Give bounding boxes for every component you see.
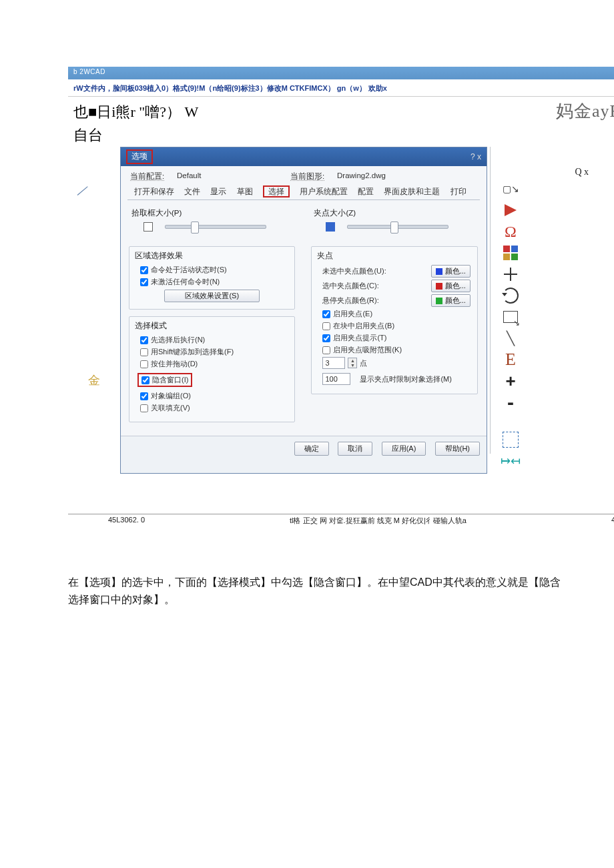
tab-sketch[interactable]: 草图 (237, 187, 253, 195)
grip-limit-value[interactable]: 100 (322, 373, 350, 385)
chk-implied-window-label: 隐含窗口(I) (152, 375, 188, 385)
chk-shift-add-label: 用Shift键添加到选择集(F) (151, 347, 234, 357)
chk-block-grip[interactable]: 在块中启用夹点(B) (322, 321, 470, 331)
chk-implied-window-box[interactable] (141, 376, 149, 384)
chk-implied-window[interactable]: 隐含窗口(I) (137, 373, 192, 387)
status-left: 45L3062. 0 (108, 516, 145, 526)
cancel-button[interactable]: 取消 (338, 442, 372, 456)
grip-snap-value[interactable]: 3 (322, 357, 345, 369)
grip-group: 夹点 未选中夹点颜色(U): 颜色... 选中夹点颜色(C): 颜色... 悬停… (311, 246, 477, 394)
tool-arrows-cyan-icon[interactable]: ↦↤ (502, 452, 519, 470)
spin-down-icon[interactable]: ▼ (348, 363, 356, 368)
help-button[interactable]: 帮助(H) (435, 442, 480, 456)
right-column: 夹点大小(Z) 夹点 未选中夹点颜色(U): 颜色... (310, 205, 479, 429)
swatch-green-icon (436, 298, 442, 304)
chk-cmd-active[interactable]: 命令处于活动状态时(S) (140, 265, 288, 275)
dialog-titlebar[interactable]: 选项 ? x (121, 147, 487, 166)
pickbox-size-label: 拾取框大小(P) (131, 208, 295, 218)
pickbox-preview-icon (143, 222, 153, 232)
chk-grip-tip-box[interactable] (322, 334, 330, 342)
gold-label: 金 (68, 372, 120, 388)
tool-corner-icon[interactable]: ▢↘ (502, 180, 519, 197)
chk-block-grip-box[interactable] (322, 322, 330, 330)
chk-shift-add[interactable]: 用Shift键添加到选择集(F) (140, 347, 288, 357)
tool-rotate-icon[interactable] (502, 287, 519, 304)
grip-snap-unit: 点 (360, 358, 367, 368)
gripsize-slider[interactable] (347, 225, 448, 229)
caption-text: 在【选项】的选卡中，下面的【选择模式】中勾选【隐含窗口】。在中望CAD中其代表的… (68, 574, 562, 608)
region-effect-settings-button[interactable]: 区域效果设置(S) (164, 290, 260, 302)
chk-shift-add-box[interactable] (140, 348, 148, 356)
grip-snap-spinner[interactable]: ▲▼ (348, 358, 357, 368)
chk-noun-verb-box[interactable] (140, 336, 148, 344)
tool-text-e-icon[interactable]: E (502, 351, 519, 368)
tool-line-icon[interactable]: ╲ (502, 330, 519, 347)
pickbox-slider-thumb[interactable] (191, 222, 199, 234)
grip-limit-row: 100 显示夹点时限制对象选择(M) (322, 373, 470, 385)
current-profile-value: Default (177, 171, 290, 181)
chk-enable-grip-label: 启用夹点(E) (333, 309, 372, 319)
chk-cmd-active-box[interactable] (140, 266, 148, 274)
qx-label: Q x (575, 167, 589, 177)
pickbox-slider-row (127, 221, 296, 244)
grip-group-title: 夹点 (317, 251, 471, 261)
chk-enable-grip-box[interactable] (322, 310, 330, 318)
tool-triangle-icon[interactable] (502, 201, 519, 219)
grip-limit-label: 显示夹点时限制对象选择(M) (360, 374, 452, 384)
current-profile-label: 当前配置: (130, 171, 177, 181)
chk-grip-snap[interactable]: 启用夹点吸附范围(K) (322, 345, 470, 355)
chk-no-cmd-label: 未激活任何命令时(N) (151, 277, 220, 287)
tab-selection[interactable]: 选择 (263, 185, 290, 197)
right-tool-strip: ▢↘ Ω ╲ E + - ↦↤ (490, 147, 525, 474)
dialog-window-controls[interactable]: ? x (471, 152, 481, 161)
tab-ui-theme[interactable]: 界面皮肤和主题 (384, 187, 440, 195)
tool-plus-icon[interactable]: + (502, 372, 519, 390)
line-tool-icon[interactable] (75, 180, 93, 199)
chk-grip-tip[interactable]: 启用夹点提示(T) (322, 333, 470, 343)
tab-file[interactable]: 文件 (184, 187, 200, 195)
grip-hover-row: 悬停夹点颜色(R): 颜色... (322, 294, 470, 307)
chk-noun-verb[interactable]: 先选择后执行(N) (140, 335, 288, 345)
grip-hover-color-button[interactable]: 颜色... (431, 294, 471, 307)
spin-up-icon[interactable]: ▲ (348, 358, 356, 363)
menubar[interactable]: rW文件内，脸间板039植入0）格式(9)!M（n给昭(9)标注3）修改M CT… (68, 79, 614, 97)
ok-button[interactable]: 确定 (294, 442, 329, 456)
apply-button[interactable]: 应用(A) (382, 442, 426, 456)
chk-press-drag-box[interactable] (140, 360, 148, 368)
tool-scale-rect-icon[interactable] (502, 308, 519, 326)
chk-assoc-hatch[interactable]: 关联填充(V) (140, 403, 288, 413)
pickbox-slider[interactable] (165, 225, 266, 229)
chk-object-group-box[interactable] (140, 392, 148, 400)
tool-omega-icon[interactable]: Ω (502, 223, 519, 240)
grip-unselected-color-button[interactable]: 颜色... (431, 265, 471, 278)
toolbar-right: 妈金ayEE□ (556, 99, 614, 123)
chk-press-drag[interactable]: 按住并拖动(D) (140, 359, 288, 369)
current-drawing-value: Drawing2.dwg (337, 171, 386, 181)
tab-print[interactable]: 打印 (450, 187, 467, 195)
tab-user-pref[interactable]: 用户系统配置 (300, 187, 348, 195)
chk-assoc-hatch-label: 关联填充(V) (151, 403, 190, 413)
tool-dashed-rect-icon[interactable] (502, 431, 519, 448)
workarea: 金 选项 ? x 当前配置: Default 当前图形: Drawing2.dw… (68, 147, 614, 474)
grip-selected-color-button[interactable]: 颜色... (431, 280, 471, 292)
tool-grid4-icon[interactable] (502, 244, 519, 262)
tool-minus-icon[interactable]: - (502, 394, 519, 411)
config-row: 当前配置: Default 当前图形: Drawing2.dwg (127, 170, 480, 185)
chk-grip-snap-box[interactable] (322, 346, 330, 354)
chk-no-cmd[interactable]: 未激活任何命令时(N) (140, 277, 288, 287)
chk-assoc-hatch-box[interactable] (140, 404, 148, 412)
tab-strip: 打开和保存 文件 显示 草图 选择 用户系统配置 配置 界面皮肤和主题 打印 (127, 185, 480, 200)
dialog-title: 选项 (126, 149, 153, 164)
chk-object-group[interactable]: 对象编组(O) (140, 391, 288, 401)
tab-open-save[interactable]: 打开和保存 (134, 187, 174, 195)
tab-display[interactable]: 显示 (210, 187, 226, 195)
toolbar-row: 也■日i熊r "噌?） W 妈金ayEE□ (68, 97, 614, 125)
tool-move-icon[interactable] (502, 266, 519, 283)
chk-no-cmd-box[interactable] (140, 278, 148, 286)
gripsize-slider-thumb[interactable] (390, 222, 398, 234)
selection-mode-group: 选择模式 先选择后执行(N) 用Shift键添加到选择集(F) 按住并拖动(D)… (129, 316, 295, 422)
chk-enable-grip[interactable]: 启用夹点(E) (322, 309, 470, 319)
app-titlebar: b 2WCAD (68, 67, 614, 79)
grip-preview-icon (326, 222, 335, 232)
tab-profiles[interactable]: 配置 (358, 187, 374, 195)
